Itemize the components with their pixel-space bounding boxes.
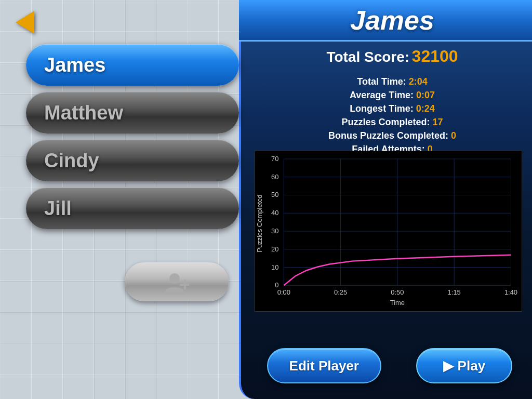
player-item-jill[interactable]: Jill <box>26 188 239 229</box>
player-name-title: James <box>350 5 434 36</box>
stat-bonus-puzzles: Bonus Puzzles Completed: 0 <box>255 130 530 141</box>
longest-time-label: Longest Time: <box>350 103 414 114</box>
player-header: James <box>239 0 532 42</box>
svg-text:50: 50 <box>271 191 278 198</box>
svg-text:0:50: 0:50 <box>391 288 404 296</box>
svg-text:60: 60 <box>271 173 278 181</box>
svg-text:0: 0 <box>275 281 278 289</box>
player-name-jill: Jill <box>44 197 72 220</box>
player-name-james: James <box>44 54 105 76</box>
bottom-buttons: Edit Player ▶ Play <box>249 348 530 383</box>
svg-text:Puzzles Completed: Puzzles Completed <box>256 194 263 252</box>
bonus-puzzles-label: Bonus Puzzles Completed: <box>328 130 448 141</box>
player-item-james[interactable]: James <box>26 44 239 86</box>
svg-text:40: 40 <box>271 209 278 217</box>
svg-text:70: 70 <box>271 155 278 163</box>
add-player-button[interactable] <box>125 262 229 301</box>
add-player-icon <box>164 271 189 293</box>
stats-section: Total Score: 32100 Total Time: 2:04 Aver… <box>255 47 530 157</box>
svg-text:0:00: 0:00 <box>277 288 290 296</box>
edit-player-button[interactable]: Edit Player <box>267 348 381 383</box>
play-button[interactable]: ▶ Play <box>416 348 512 383</box>
average-time-value: 0:07 <box>416 90 435 100</box>
play-label: ▶ Play <box>443 358 485 374</box>
svg-text:0:25: 0:25 <box>334 288 347 296</box>
player-item-cindy[interactable]: Cindy <box>26 140 239 181</box>
performance-chart: .grid-line { stroke: #1a3060; stroke-wid… <box>255 151 522 312</box>
player-name-cindy: Cindy <box>44 150 99 172</box>
total-time-label: Total Time: <box>357 76 406 87</box>
player-name-matthew: Matthew <box>44 102 123 124</box>
average-time-label: Average Time: <box>350 90 414 100</box>
puzzles-completed-label: Puzzles Completed: <box>341 117 430 127</box>
total-score-label: Total Score: <box>326 49 409 65</box>
chart-svg: .grid-line { stroke: #1a3060; stroke-wid… <box>255 151 522 311</box>
stat-total-time: Total Time: 2:04 <box>255 76 530 87</box>
puzzles-completed-value: 17 <box>433 117 443 127</box>
total-score-line: Total Score: 32100 <box>255 47 530 66</box>
player-list: James Matthew Cindy Jill <box>26 44 239 235</box>
svg-text:30: 30 <box>271 227 278 235</box>
total-score-value: 32100 <box>412 47 458 65</box>
bonus-puzzles-value: 0 <box>451 130 456 141</box>
total-time-value: 2:04 <box>409 76 428 87</box>
back-arrow-icon <box>16 11 34 34</box>
svg-text:10: 10 <box>271 263 278 271</box>
stat-longest-time: Longest Time: 0:24 <box>255 103 530 114</box>
stat-puzzles-completed: Puzzles Completed: 17 <box>255 117 530 128</box>
svg-point-0 <box>169 273 180 284</box>
svg-text:1:40: 1:40 <box>504 288 517 296</box>
back-button[interactable] <box>9 9 41 35</box>
edit-player-label: Edit Player <box>289 358 359 374</box>
player-item-matthew[interactable]: Matthew <box>26 92 239 134</box>
svg-text:Time: Time <box>390 299 405 307</box>
svg-text:20: 20 <box>271 245 278 253</box>
svg-text:1:15: 1:15 <box>448 288 461 296</box>
stat-average-time: Average Time: 0:07 <box>255 90 530 101</box>
longest-time-value: 0:24 <box>416 103 435 114</box>
